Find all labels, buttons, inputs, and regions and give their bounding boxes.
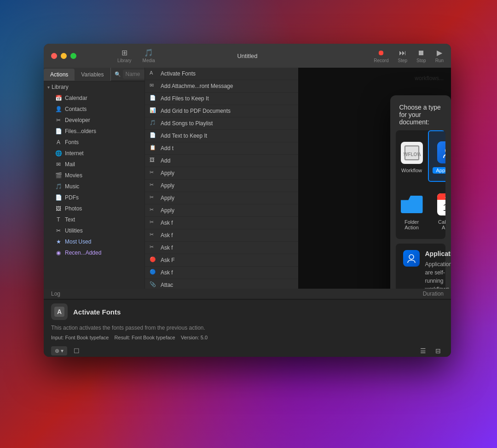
sidebar-item-label: Movies (65, 172, 82, 179)
type-label-workflow: Workflow (401, 168, 422, 173)
sidebar-item-label: Text (65, 216, 75, 223)
detail-view-button[interactable]: ⊟ (433, 346, 444, 356)
sidebar-item-internet[interactable]: 🌐 Internet (44, 148, 144, 159)
options-button[interactable]: ⊕ ▾ (51, 346, 67, 355)
action-icon: 📄 (150, 95, 157, 102)
sidebar-item-label: Music (65, 183, 79, 190)
bottom-panel: A Activate Fonts This action activates t… (44, 299, 451, 357)
media-toolbar-btn[interactable]: 🎵 Media (143, 48, 155, 63)
close-button[interactable] (51, 53, 57, 59)
sidebar-tabs-row: Actions Variables (44, 68, 110, 81)
sidebar-item-calendar[interactable]: 📅 Calendar (44, 93, 144, 104)
type-label-calendar-alarm: Calendar Alarm (432, 219, 446, 230)
action-item-ask-f2[interactable]: ✂ Ask f (145, 229, 298, 242)
sidebar-item-photos[interactable]: 🖼 Photos (44, 203, 144, 214)
workflow-type-icon: .WFLOW (400, 141, 424, 165)
action-item-add-grid[interactable]: 📊 Add Grid to PDF Documents (145, 105, 298, 117)
media-icon: 🎵 (144, 48, 153, 57)
action-item-label: Ask f (161, 244, 173, 251)
svg-text:.WFLOW: .WFLOW (403, 152, 421, 157)
action-item-apply3[interactable]: ✂ Apply (145, 192, 298, 204)
files-icon: 📄 (55, 128, 62, 135)
duration-label: Duration (423, 291, 444, 297)
step-toolbar-btn[interactable]: ⏭ Step (398, 49, 407, 63)
action-item-label: Add Grid to PDF Documents (161, 108, 231, 114)
sidebar-item-pdfs[interactable]: 📄 PDFs (44, 192, 144, 203)
run-toolbar-btn[interactable]: ▶ Run (435, 48, 444, 63)
action-item-ask-f1[interactable]: ✂ Ask f (145, 217, 298, 229)
desc-content: Application Applications are self-runnin… (425, 250, 451, 289)
library-section-header[interactable]: ▾ Library (44, 81, 144, 93)
step-label: Step (398, 58, 407, 63)
action-icon: 📊 (150, 107, 157, 115)
calendar-day: 17 (437, 200, 445, 215)
action-icon: 📋 (150, 145, 157, 152)
sidebar-item-label: Files...olders (65, 128, 96, 134)
record-toolbar-btn[interactable]: ⏺ Record (374, 49, 388, 63)
sidebar-item-utilities[interactable]: ✂ Utilities (44, 225, 144, 236)
sidebar-item-most-used[interactable]: ★ Most Used (44, 236, 144, 247)
action-item-apply1[interactable]: ✂ Apply (145, 167, 298, 180)
stop-toolbar-btn[interactable]: ⏹ Stop (416, 49, 426, 63)
action-icon: A (150, 70, 157, 77)
type-cell-application[interactable]: Application (428, 130, 446, 182)
sidebar-item-files[interactable]: 📄 Files...olders (44, 126, 144, 137)
maximize-button[interactable] (70, 53, 76, 59)
tab-variables[interactable]: Variables (75, 69, 110, 81)
stop-icon: ⏹ (417, 49, 425, 57)
sidebar-item-contacts[interactable]: 👤 Contacts (44, 104, 144, 115)
action-item-add[interactable]: 🖼 Add (145, 155, 298, 167)
folder-action-type-icon (400, 192, 424, 216)
action-icon: ✂ (150, 169, 157, 177)
sidebar-item-fonts[interactable]: A Fonts (44, 137, 144, 148)
action-item-add-songs[interactable]: 🎵 Add Songs to Playlist (145, 117, 298, 130)
internet-icon: 🌐 (55, 150, 62, 157)
window-title: Untitled (237, 52, 257, 59)
checkbox-icon[interactable]: ☐ (71, 346, 82, 356)
library-section-label: Library (52, 84, 69, 90)
type-cell-folder-action[interactable]: Folder Action (396, 182, 428, 239)
action-item-ask-f4[interactable]: 🔵 Ask f (145, 267, 298, 279)
sidebar-item-text[interactable]: T Text (44, 214, 144, 225)
action-item-add-attachment[interactable]: ✉ Add Attachme...ront Message (145, 80, 298, 93)
document-type-modal: Choose a type for your document: .WFLOW (390, 95, 451, 289)
sidebar-item-music[interactable]: 🎵 Music (44, 181, 144, 192)
toolbar-actions: ⏺ Record ⏭ Step ⏹ Stop ▶ Run (374, 48, 444, 63)
sidebar-item-label: Developer (65, 117, 90, 123)
desc-body: Applications are self-running workflows.… (425, 260, 451, 289)
sidebar: Actions Variables 🔍 ▾ Library 📅 Calendar (44, 68, 145, 289)
input-value: Font Book typeface (65, 335, 109, 340)
action-item-activate-fonts[interactable]: A Activate Fonts (145, 68, 298, 80)
search-input[interactable] (123, 70, 145, 79)
action-item-apply4[interactable]: ✂ Apply (145, 204, 298, 217)
action-item-label: Ask f (161, 269, 173, 276)
action-icon: ✂ (150, 207, 157, 214)
utilities-icon: ✂ (55, 227, 62, 234)
action-item-attac[interactable]: 📎 Attac (145, 279, 298, 289)
library-label: Library (117, 58, 132, 63)
action-item-add-t[interactable]: 📋 Add t (145, 142, 298, 155)
record-label: Record (374, 58, 388, 63)
tab-actions[interactable]: Actions (44, 69, 75, 81)
type-cell-workflow[interactable]: .WFLOW Workflow (396, 130, 428, 182)
sidebar-item-movies[interactable]: 🎬 Movies (44, 170, 144, 181)
sidebar-item-mail[interactable]: ✉ Mail (44, 159, 144, 170)
sidebar-item-developer[interactable]: ✂ Developer (44, 115, 144, 126)
library-toolbar-btn[interactable]: ⊞ Library (117, 48, 132, 63)
action-item-ask-f3[interactable]: ✂ Ask f (145, 242, 298, 254)
type-cell-calendar-alarm[interactable]: JUL 17 Calendar Alarm (428, 182, 446, 239)
result-label: Result: (115, 335, 130, 340)
action-item-add-text[interactable]: 📄 Add Text to Keep It (145, 130, 298, 142)
action-item-apply2[interactable]: ✂ Apply (145, 180, 298, 192)
list-view-button[interactable]: ☰ (417, 346, 429, 356)
action-item-add-files[interactable]: 📄 Add Files to Keep It (145, 93, 298, 105)
action-icon: ✉ (150, 82, 157, 90)
bottom-panel-header: A Activate Fonts (44, 300, 451, 324)
sidebar-item-recently-added[interactable]: ◉ Recen...Added (44, 247, 144, 258)
application-doc-icon (437, 141, 445, 163)
minimize-button[interactable] (61, 53, 67, 59)
sidebar-item-label: Most Used (65, 239, 91, 245)
action-item-ask-cap[interactable]: 🔴 Ask F (145, 254, 298, 267)
recently-added-icon: ◉ (55, 249, 62, 256)
text-icon: T (55, 216, 62, 223)
